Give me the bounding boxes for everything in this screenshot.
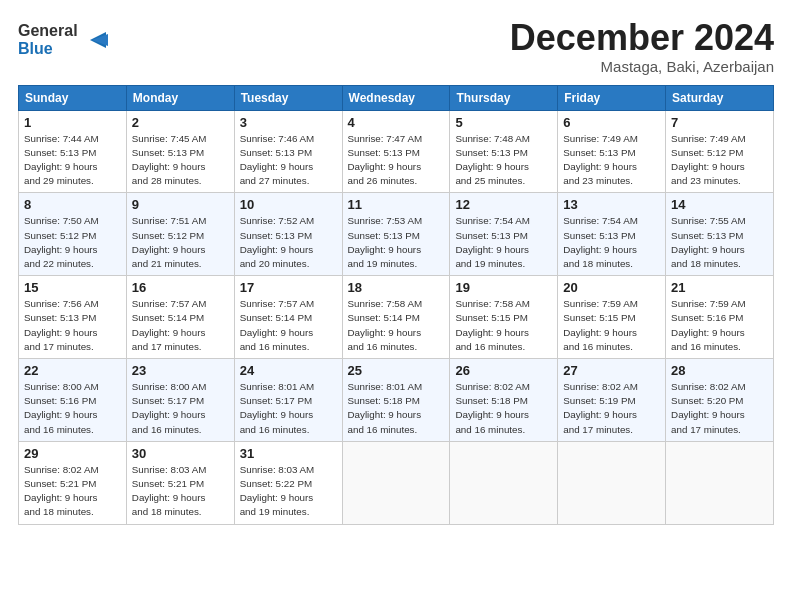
day-info: Sunrise: 7:49 AMSunset: 5:12 PMDaylight:… (671, 132, 768, 189)
day-cell-6: 6Sunrise: 7:49 AMSunset: 5:13 PMDaylight… (558, 110, 666, 193)
day-number: 30 (132, 446, 229, 461)
day-info: Sunrise: 8:02 AMSunset: 5:20 PMDaylight:… (671, 380, 768, 437)
empty-cell (342, 441, 450, 524)
day-cell-30: 30Sunrise: 8:03 AMSunset: 5:21 PMDayligh… (126, 441, 234, 524)
day-info: Sunrise: 7:54 AMSunset: 5:13 PMDaylight:… (563, 214, 660, 271)
week-row-4: 22Sunrise: 8:00 AMSunset: 5:16 PMDayligh… (19, 359, 774, 442)
day-info: Sunrise: 7:48 AMSunset: 5:13 PMDaylight:… (455, 132, 552, 189)
day-cell-3: 3Sunrise: 7:46 AMSunset: 5:13 PMDaylight… (234, 110, 342, 193)
day-info: Sunrise: 8:01 AMSunset: 5:17 PMDaylight:… (240, 380, 337, 437)
day-cell-2: 2Sunrise: 7:45 AMSunset: 5:13 PMDaylight… (126, 110, 234, 193)
day-number: 9 (132, 197, 229, 212)
day-info: Sunrise: 7:57 AMSunset: 5:14 PMDaylight:… (132, 297, 229, 354)
week-row-2: 8Sunrise: 7:50 AMSunset: 5:12 PMDaylight… (19, 193, 774, 276)
day-cell-8: 8Sunrise: 7:50 AMSunset: 5:12 PMDaylight… (19, 193, 127, 276)
day-info: Sunrise: 7:54 AMSunset: 5:13 PMDaylight:… (455, 214, 552, 271)
day-number: 8 (24, 197, 121, 212)
calendar-page: General Blue December 2024 Mastaga, Baki… (0, 0, 792, 612)
day-number: 27 (563, 363, 660, 378)
day-info: Sunrise: 7:52 AMSunset: 5:13 PMDaylight:… (240, 214, 337, 271)
day-number: 16 (132, 280, 229, 295)
day-number: 15 (24, 280, 121, 295)
day-number: 19 (455, 280, 552, 295)
empty-cell (558, 441, 666, 524)
month-title: December 2024 (510, 18, 774, 58)
day-number: 11 (348, 197, 445, 212)
day-number: 5 (455, 115, 552, 130)
weekday-tuesday: Tuesday (234, 85, 342, 110)
day-cell-23: 23Sunrise: 8:00 AMSunset: 5:17 PMDayligh… (126, 359, 234, 442)
day-number: 10 (240, 197, 337, 212)
svg-text:General: General (18, 22, 78, 39)
week-row-5: 29Sunrise: 8:02 AMSunset: 5:21 PMDayligh… (19, 441, 774, 524)
day-number: 24 (240, 363, 337, 378)
day-info: Sunrise: 7:51 AMSunset: 5:12 PMDaylight:… (132, 214, 229, 271)
day-number: 7 (671, 115, 768, 130)
day-number: 4 (348, 115, 445, 130)
day-info: Sunrise: 7:44 AMSunset: 5:13 PMDaylight:… (24, 132, 121, 189)
day-info: Sunrise: 7:58 AMSunset: 5:15 PMDaylight:… (455, 297, 552, 354)
day-cell-15: 15Sunrise: 7:56 AMSunset: 5:13 PMDayligh… (19, 276, 127, 359)
day-cell-28: 28Sunrise: 8:02 AMSunset: 5:20 PMDayligh… (666, 359, 774, 442)
day-cell-10: 10Sunrise: 7:52 AMSunset: 5:13 PMDayligh… (234, 193, 342, 276)
week-row-1: 1Sunrise: 7:44 AMSunset: 5:13 PMDaylight… (19, 110, 774, 193)
weekday-saturday: Saturday (666, 85, 774, 110)
day-cell-20: 20Sunrise: 7:59 AMSunset: 5:15 PMDayligh… (558, 276, 666, 359)
day-number: 29 (24, 446, 121, 461)
day-number: 20 (563, 280, 660, 295)
day-cell-21: 21Sunrise: 7:59 AMSunset: 5:16 PMDayligh… (666, 276, 774, 359)
day-info: Sunrise: 8:02 AMSunset: 5:18 PMDaylight:… (455, 380, 552, 437)
day-info: Sunrise: 7:56 AMSunset: 5:13 PMDaylight:… (24, 297, 121, 354)
day-cell-1: 1Sunrise: 7:44 AMSunset: 5:13 PMDaylight… (19, 110, 127, 193)
svg-text:Blue: Blue (18, 40, 53, 57)
day-cell-27: 27Sunrise: 8:02 AMSunset: 5:19 PMDayligh… (558, 359, 666, 442)
week-row-3: 15Sunrise: 7:56 AMSunset: 5:13 PMDayligh… (19, 276, 774, 359)
day-number: 12 (455, 197, 552, 212)
day-number: 6 (563, 115, 660, 130)
day-cell-12: 12Sunrise: 7:54 AMSunset: 5:13 PMDayligh… (450, 193, 558, 276)
day-number: 18 (348, 280, 445, 295)
weekday-friday: Friday (558, 85, 666, 110)
weekday-wednesday: Wednesday (342, 85, 450, 110)
weekday-monday: Monday (126, 85, 234, 110)
day-cell-25: 25Sunrise: 8:01 AMSunset: 5:18 PMDayligh… (342, 359, 450, 442)
day-cell-19: 19Sunrise: 7:58 AMSunset: 5:15 PMDayligh… (450, 276, 558, 359)
day-info: Sunrise: 8:03 AMSunset: 5:21 PMDaylight:… (132, 463, 229, 520)
day-cell-11: 11Sunrise: 7:53 AMSunset: 5:13 PMDayligh… (342, 193, 450, 276)
day-info: Sunrise: 7:57 AMSunset: 5:14 PMDaylight:… (240, 297, 337, 354)
day-number: 3 (240, 115, 337, 130)
day-info: Sunrise: 7:59 AMSunset: 5:15 PMDaylight:… (563, 297, 660, 354)
day-info: Sunrise: 7:59 AMSunset: 5:16 PMDaylight:… (671, 297, 768, 354)
day-cell-7: 7Sunrise: 7:49 AMSunset: 5:12 PMDaylight… (666, 110, 774, 193)
day-cell-14: 14Sunrise: 7:55 AMSunset: 5:13 PMDayligh… (666, 193, 774, 276)
weekday-header-row: SundayMondayTuesdayWednesdayThursdayFrid… (19, 85, 774, 110)
day-number: 23 (132, 363, 229, 378)
day-info: Sunrise: 7:45 AMSunset: 5:13 PMDaylight:… (132, 132, 229, 189)
day-info: Sunrise: 8:00 AMSunset: 5:17 PMDaylight:… (132, 380, 229, 437)
day-number: 21 (671, 280, 768, 295)
day-cell-13: 13Sunrise: 7:54 AMSunset: 5:13 PMDayligh… (558, 193, 666, 276)
title-area: December 2024 Mastaga, Baki, Azerbaijan (510, 18, 774, 75)
day-cell-18: 18Sunrise: 7:58 AMSunset: 5:14 PMDayligh… (342, 276, 450, 359)
day-number: 25 (348, 363, 445, 378)
day-number: 22 (24, 363, 121, 378)
page-header: General Blue December 2024 Mastaga, Baki… (18, 18, 774, 75)
day-number: 26 (455, 363, 552, 378)
day-cell-31: 31Sunrise: 8:03 AMSunset: 5:22 PMDayligh… (234, 441, 342, 524)
day-number: 13 (563, 197, 660, 212)
day-cell-4: 4Sunrise: 7:47 AMSunset: 5:13 PMDaylight… (342, 110, 450, 193)
empty-cell (450, 441, 558, 524)
day-info: Sunrise: 8:02 AMSunset: 5:21 PMDaylight:… (24, 463, 121, 520)
day-cell-17: 17Sunrise: 7:57 AMSunset: 5:14 PMDayligh… (234, 276, 342, 359)
day-cell-29: 29Sunrise: 8:02 AMSunset: 5:21 PMDayligh… (19, 441, 127, 524)
location: Mastaga, Baki, Azerbaijan (510, 58, 774, 75)
calendar-table: SundayMondayTuesdayWednesdayThursdayFrid… (18, 85, 774, 525)
day-info: Sunrise: 8:03 AMSunset: 5:22 PMDaylight:… (240, 463, 337, 520)
day-info: Sunrise: 7:58 AMSunset: 5:14 PMDaylight:… (348, 297, 445, 354)
day-info: Sunrise: 7:53 AMSunset: 5:13 PMDaylight:… (348, 214, 445, 271)
weekday-sunday: Sunday (19, 85, 127, 110)
day-cell-26: 26Sunrise: 8:02 AMSunset: 5:18 PMDayligh… (450, 359, 558, 442)
day-info: Sunrise: 8:02 AMSunset: 5:19 PMDaylight:… (563, 380, 660, 437)
day-info: Sunrise: 7:47 AMSunset: 5:13 PMDaylight:… (348, 132, 445, 189)
day-cell-22: 22Sunrise: 8:00 AMSunset: 5:16 PMDayligh… (19, 359, 127, 442)
